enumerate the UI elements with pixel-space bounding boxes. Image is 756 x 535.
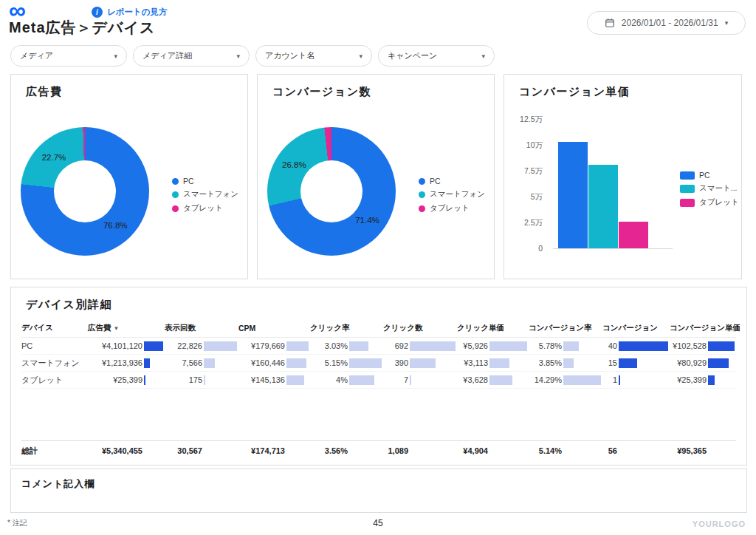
donut-hole (300, 160, 362, 222)
legend-item[interactable]: PC (419, 177, 485, 185)
page-title: Meta広告＞デバイス (9, 18, 155, 38)
x-axis-line (553, 248, 673, 249)
bar-pc[interactable] (558, 142, 588, 248)
metric-value: ¥80,929 (670, 358, 707, 367)
legend-item[interactable]: タブレット (680, 197, 739, 208)
metric-value: ¥1,213,936 (88, 358, 142, 367)
metric-bar (204, 341, 237, 351)
filter-campaign[interactable]: キャンペーン ▾ (378, 45, 495, 67)
legend-swatch-icon (680, 171, 695, 180)
metric-cell: 7 (383, 375, 457, 385)
metric-bar (204, 358, 215, 368)
metric-value: ¥25,399 (88, 375, 142, 384)
metric-bar (410, 358, 436, 368)
table-row[interactable]: タブレット¥25,399175¥145,1364%7¥3,62814.29%1¥… (21, 372, 736, 389)
metric-cell: ¥25,399 (88, 375, 165, 385)
metric-value: 7,566 (165, 358, 202, 367)
chevron-down-icon: ▾ (481, 52, 485, 60)
legend-item[interactable]: PC (172, 177, 238, 185)
legend-label: PC (699, 171, 710, 180)
slice-percentage-label: 71.4% (355, 216, 379, 225)
legend-item[interactable]: スマートフォン (419, 189, 485, 200)
report-guide-link[interactable]: i レポートの見方 (92, 7, 168, 18)
date-range-picker[interactable]: 2026/01/01 - 2026/01/31 ▾ (587, 11, 746, 35)
legend-item[interactable]: スマートフォン (172, 189, 238, 200)
metric-value: 3.85% (529, 358, 562, 367)
filter-media[interactable]: メディア ▾ (10, 45, 127, 67)
metric-cell: ¥4,101,120 (88, 341, 165, 351)
column-header-6[interactable]: クリック単価 (457, 323, 529, 333)
metric-cell: 5.15% (310, 358, 383, 368)
legend-item[interactable]: タブレット (172, 203, 238, 214)
column-header-3[interactable]: CPM (238, 324, 310, 333)
metric-bar (349, 341, 368, 351)
legend-item[interactable]: スマート... (680, 183, 739, 194)
footer-logo: YOURLOGO (693, 519, 746, 528)
metric-bar (410, 341, 456, 351)
conversions-chart-card: コンバージョン数 71.4%26.8%PCスマートフォンタブレット (257, 74, 495, 279)
column-header-2[interactable]: 表示回数 (165, 323, 238, 333)
total-metric-cell: 5.14% (529, 446, 602, 455)
column-header-9[interactable]: コンバージョン単価 (670, 323, 736, 333)
filter-account[interactable]: アカウント名 ▾ (255, 45, 372, 67)
chevron-down-icon: ▾ (114, 52, 117, 60)
legend-dot-icon (172, 191, 179, 198)
y-axis-tick-label: 7.5万 (510, 166, 543, 177)
total-metric-cell: 30,567 (165, 446, 238, 455)
metric-bar-zone (488, 375, 527, 385)
filter-media-detail[interactable]: メディア詳細 ▾ (133, 45, 250, 67)
metric-value: 692 (383, 341, 408, 350)
metric-value: ¥145,136 (238, 375, 285, 384)
chart-title: 広告費 (26, 85, 63, 99)
legend-label: タブレット (699, 197, 739, 208)
donut-chart[interactable] (21, 127, 149, 256)
table-row[interactable]: PC¥4,101,12022,826¥179,6693.03%692¥5,926… (21, 338, 736, 355)
metric-cell: 40 (602, 341, 670, 351)
metric-bar-zone (617, 341, 668, 351)
metric-bar-zone (488, 358, 527, 368)
column-header-1[interactable]: 広告費▼ (88, 323, 165, 333)
metric-bar (286, 358, 306, 368)
legend-label: タブレット (183, 203, 223, 214)
metric-value: 4% (310, 375, 348, 384)
table-row[interactable]: スマートフォン¥1,213,9367,566¥160,4465.15%390¥3… (21, 355, 736, 372)
column-header-5[interactable]: クリック数 (383, 323, 457, 333)
legend-label: PC (430, 177, 441, 185)
y-axis-tick-label: 12.5万 (510, 115, 543, 125)
metric-value: ¥3,628 (457, 375, 488, 384)
column-header-0[interactable]: デバイス (21, 323, 88, 333)
total-metric-cell: 56 (602, 446, 670, 455)
metric-value: 40 (602, 341, 617, 350)
comment-box[interactable]: コメント記入欄 (10, 468, 747, 513)
bar-smartphone[interactable] (588, 165, 618, 248)
column-header-7[interactable]: コンバージョン率 (529, 323, 602, 333)
metric-cell: 3.03% (310, 341, 383, 351)
metric-bar (349, 358, 382, 368)
bar-tablet[interactable] (619, 222, 648, 248)
metric-bar (619, 358, 637, 368)
metric-cell: 4% (310, 375, 383, 385)
metric-bar (619, 341, 668, 351)
metric-value: 3.03% (310, 341, 348, 350)
legend-label: スマート... (699, 183, 738, 194)
metric-bar (144, 358, 150, 368)
metric-bar-zone (142, 375, 163, 385)
metric-bar (708, 358, 729, 368)
total-metric-value: 56 (602, 446, 617, 455)
legend-item[interactable]: タブレット (419, 203, 485, 214)
metric-cell: ¥179,669 (238, 341, 310, 351)
chevron-down-icon: ▾ (236, 52, 240, 60)
metric-bar (144, 375, 145, 385)
legend-dot-icon (172, 178, 179, 185)
column-header-8[interactable]: コンバージョン (602, 323, 670, 333)
table-title: デバイス別詳細 (11, 287, 746, 319)
metric-bar-zone (707, 375, 735, 385)
metric-bar (204, 375, 205, 385)
legend-item[interactable]: PC (680, 171, 739, 180)
metric-cell: 7,566 (165, 358, 238, 368)
metric-value: ¥4,101,120 (88, 341, 142, 350)
metric-bar-zone (202, 375, 237, 385)
column-header-4[interactable]: クリック率 (310, 323, 383, 333)
donut-chart[interactable] (267, 127, 396, 256)
metric-value: 5.78% (529, 341, 562, 350)
